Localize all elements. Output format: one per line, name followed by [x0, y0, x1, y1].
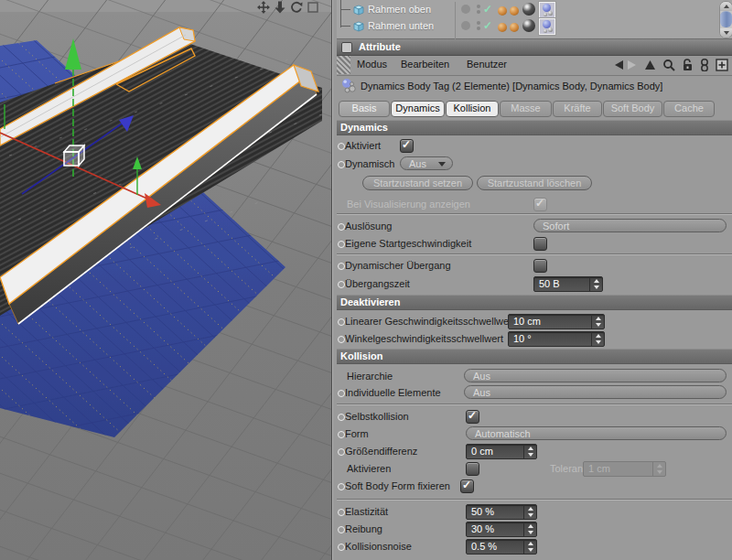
- dyn_uebergang-checkbox[interactable]: [533, 259, 547, 273]
- spin-up-icon[interactable]: [594, 279, 599, 283]
- menu-modus[interactable]: Modus: [357, 59, 387, 70]
- dolly-camera-icon[interactable]: [274, 1, 286, 14]
- selbst-checkbox[interactable]: ✓: [466, 410, 479, 424]
- tab-soft-body[interactable]: Soft Body: [603, 101, 662, 117]
- search-icon[interactable]: [662, 59, 675, 71]
- link-circles-icon[interactable]: [700, 59, 709, 71]
- tab-dynamics[interactable]: Dynamics: [391, 101, 445, 117]
- render-visibility-dot[interactable]: [477, 10, 480, 14]
- material-tag-icon[interactable]: [498, 6, 507, 16]
- eigene-checkbox[interactable]: [533, 237, 547, 251]
- spin-up-icon[interactable]: [528, 447, 533, 450]
- spinner-arrows-icon[interactable]: [591, 315, 604, 328]
- linearer-spinner[interactable]: 10 cm: [508, 314, 605, 329]
- material-tag-icon[interactable]: [510, 23, 519, 32]
- elastizitaet-spinner[interactable]: 50 %: [466, 504, 537, 520]
- drag-grip-icon[interactable]: [337, 56, 350, 74]
- keyframe-circle[interactable]: [338, 281, 345, 288]
- tab-kollision[interactable]: Kollision: [446, 101, 499, 117]
- groessen-spinner[interactable]: 0 cm: [466, 444, 537, 459]
- keyframe-circle[interactable]: [338, 223, 345, 231]
- toleranz-spinner[interactable]: 1 cm: [583, 461, 666, 477]
- editor-visibility-dot[interactable]: [477, 5, 480, 8]
- spin-down-icon[interactable]: [528, 513, 533, 517]
- enabled-check-icon[interactable]: ✓: [483, 19, 492, 32]
- tab-basis[interactable]: Basis: [339, 101, 390, 117]
- material-tag-icon[interactable]: [498, 23, 507, 32]
- toggle-view-icon[interactable]: [307, 1, 319, 14]
- spin-down-icon[interactable]: [528, 548, 533, 552]
- new-panel-plus-icon[interactable]: [716, 59, 728, 71]
- scrollbar-thumb[interactable]: [720, 11, 732, 27]
- spin-up-icon[interactable]: [596, 317, 601, 320]
- history-forward-icon[interactable]: [626, 59, 638, 70]
- layer-dot[interactable]: [461, 21, 470, 30]
- keyframe-circle[interactable]: [338, 526, 345, 533]
- keyframe-circle[interactable]: [338, 318, 345, 326]
- layer-dot[interactable]: [461, 5, 470, 14]
- aktivieren-checkbox[interactable]: [466, 462, 479, 476]
- spin-down-icon[interactable]: [528, 453, 533, 457]
- spinner-arrows-icon[interactable]: [652, 462, 665, 476]
- keyframe-circle[interactable]: [338, 414, 345, 421]
- keyframe-circle[interactable]: [338, 143, 345, 150]
- dynamisch-dropdown[interactable]: Aus: [400, 156, 453, 170]
- object-row[interactable]: Rahmen oben✓: [337, 2, 719, 17]
- keyframe-circle[interactable]: [338, 263, 345, 270]
- menu-benutzer[interactable]: Benutzer: [467, 59, 507, 70]
- spinner-arrows-icon[interactable]: [523, 505, 536, 519]
- ausloesung-dropdown[interactable]: Sofort: [533, 219, 727, 232]
- dynamics-body-tag-icon-selected[interactable]: [539, 18, 555, 35]
- texture-tag-icon[interactable]: [522, 19, 535, 32]
- dynamics-body-tag-icon-selected[interactable]: [539, 2, 555, 18]
- tab-kräfte[interactable]: Kräfte: [553, 101, 602, 117]
- reibung-spinner[interactable]: 30 %: [466, 522, 537, 537]
- spin-up-icon[interactable]: [657, 464, 662, 468]
- spin-up-icon[interactable]: [528, 507, 533, 511]
- softbody-checkbox[interactable]: ✓: [460, 479, 474, 493]
- tab-cache[interactable]: Cache: [663, 101, 715, 117]
- spinner-arrows-icon[interactable]: [523, 540, 536, 554]
- object-name[interactable]: Rahmen oben: [368, 4, 431, 15]
- keyframe-circle[interactable]: [338, 431, 345, 438]
- keyframe-circle[interactable]: [338, 161, 345, 168]
- keyframe-circle[interactable]: [338, 390, 345, 397]
- winkel-spinner[interactable]: 10 °: [508, 331, 605, 347]
- button-startzustand-setzen[interactable]: Startzustand setzen: [362, 176, 473, 190]
- attribute-panel-titlebar[interactable]: Attribute: [337, 39, 732, 56]
- uebergangszeit-spinner[interactable]: 50 B: [533, 276, 603, 292]
- material-tag-icon[interactable]: [510, 6, 519, 16]
- aktiviert-checkbox[interactable]: ✓: [400, 139, 414, 153]
- enabled-check-icon[interactable]: ✓: [483, 3, 492, 16]
- keyframe-circle[interactable]: [338, 509, 345, 516]
- editor-visibility-dot[interactable]: [477, 21, 480, 25]
- spin-down-icon[interactable]: [596, 323, 601, 327]
- object-name[interactable]: Rahmen unten: [368, 20, 434, 31]
- spin-up-icon[interactable]: [596, 334, 601, 338]
- panel-menu-widget[interactable]: [341, 42, 352, 53]
- spinner-arrows-icon[interactable]: [523, 522, 536, 536]
- spinner-arrows-icon[interactable]: [591, 332, 604, 346]
- keyframe-circle[interactable]: [338, 448, 345, 456]
- button-startzustand-l-schen[interactable]: Startzustand löschen: [477, 176, 592, 190]
- scroll-up-button[interactable]: [720, 2, 732, 11]
- rotate-camera-icon[interactable]: [290, 1, 303, 14]
- scroll-down-button[interactable]: [720, 28, 732, 38]
- spin-up-icon[interactable]: [528, 542, 533, 545]
- hierarchie-dropdown[interactable]: Aus: [464, 369, 727, 382]
- form-dropdown[interactable]: Automatisch: [466, 426, 727, 440]
- object-row[interactable]: Rahmen unten✓: [337, 18, 719, 34]
- pan-camera-icon[interactable]: [257, 1, 270, 14]
- spin-down-icon[interactable]: [596, 340, 601, 344]
- menu-bearbeiten[interactable]: Bearbeiten: [401, 59, 449, 70]
- kollisionsnoise-spinner[interactable]: 0.5 %: [466, 539, 537, 555]
- arrow-up-icon[interactable]: [644, 59, 656, 70]
- bei_vis-checkbox[interactable]: ✓: [533, 198, 547, 211]
- texture-tag-icon[interactable]: [522, 3, 535, 16]
- spin-up-icon[interactable]: [528, 524, 533, 528]
- spinner-arrows-icon[interactable]: [523, 445, 536, 458]
- spin-down-icon[interactable]: [528, 531, 533, 534]
- keyframe-circle[interactable]: [338, 544, 345, 551]
- keyframe-circle[interactable]: [338, 483, 345, 490]
- keyframe-circle[interactable]: [338, 336, 345, 343]
